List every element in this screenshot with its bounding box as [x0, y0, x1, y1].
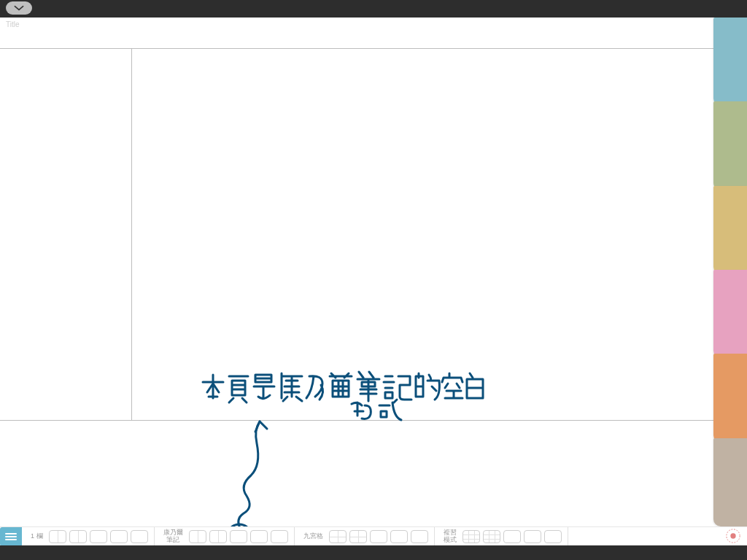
- bottom-strip: [0, 545, 747, 560]
- section-review-label: 複習 模式: [439, 529, 461, 544]
- handwriting-annotation: [197, 360, 503, 542]
- template-line-top: [0, 48, 713, 49]
- template-line-bottom: [0, 420, 713, 421]
- menu-button[interactable]: [0, 527, 22, 546]
- template-thumb[interactable]: [271, 530, 288, 543]
- template-line-vertical: [131, 48, 132, 421]
- template-thumb[interactable]: [524, 530, 541, 543]
- side-tab-4[interactable]: [713, 270, 747, 358]
- side-tab-6[interactable]: [713, 438, 747, 526]
- title-placeholder: Title: [6, 20, 20, 28]
- top-bar: [0, 0, 747, 18]
- section-grid: 九宮格: [295, 527, 435, 545]
- template-thumb[interactable]: [349, 530, 367, 543]
- note-canvas[interactable]: Title: [0, 18, 747, 526]
- template-thumb[interactable]: [462, 530, 480, 543]
- record-icon: [725, 528, 741, 544]
- side-tab-3[interactable]: [713, 186, 747, 274]
- template-thumb[interactable]: [189, 530, 206, 543]
- bottom-toolbar: 1 欄 康乃爾 筆記 九宮格 複習 模式: [0, 526, 747, 545]
- side-tab-5[interactable]: [713, 354, 747, 442]
- template-thumb[interactable]: [69, 530, 87, 543]
- svg-point-5: [730, 533, 735, 538]
- template-thumb[interactable]: [209, 530, 227, 543]
- template-thumb[interactable]: [230, 530, 247, 543]
- section-grid-label: 九宮格: [299, 533, 328, 540]
- side-tab-1[interactable]: [713, 18, 747, 106]
- template-thumb[interactable]: [390, 530, 408, 543]
- section-review: 複習 模式: [435, 527, 568, 545]
- chevron-down-icon: [13, 4, 25, 12]
- template-thumb[interactable]: [131, 530, 148, 543]
- template-thumb[interactable]: [250, 530, 268, 543]
- section-1col-label: 1 欄: [26, 533, 47, 540]
- record-button[interactable]: [725, 528, 741, 544]
- section-cornell-label: 康乃爾 筆記: [159, 529, 187, 544]
- section-cornell: 康乃爾 筆記: [155, 527, 295, 545]
- side-tab-2[interactable]: [713, 101, 747, 190]
- template-thumb[interactable]: [503, 530, 521, 543]
- section-1col: 1 欄: [22, 527, 155, 545]
- side-tabs: [713, 18, 747, 526]
- template-thumb[interactable]: [90, 530, 107, 543]
- template-thumb[interactable]: [411, 530, 428, 543]
- collapse-pill[interactable]: [6, 1, 32, 15]
- template-thumb[interactable]: [544, 530, 562, 543]
- menu-icon: [4, 532, 18, 542]
- template-thumb[interactable]: [483, 530, 500, 543]
- template-thumb[interactable]: [49, 530, 66, 543]
- template-thumb[interactable]: [110, 530, 128, 543]
- template-thumb[interactable]: [329, 530, 347, 543]
- template-thumb[interactable]: [370, 530, 387, 543]
